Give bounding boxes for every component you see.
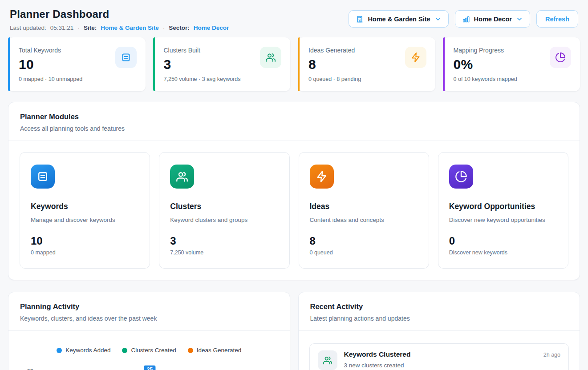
page-title: Planner Dashboard bbox=[10, 8, 229, 20]
stat-subtext: 0 queued · 8 pending bbox=[308, 76, 361, 82]
stat-card-mapping-progress: Mapping Progress 0% 0 of 10 keywords map… bbox=[443, 37, 580, 91]
module-stat-value: 0 bbox=[449, 235, 557, 247]
users-icon bbox=[318, 350, 337, 370]
planning-activity-panel: Planning Activity Keywords, clusters, an… bbox=[8, 292, 290, 370]
planning-activity-subtitle: Keywords, clusters, and ideas over the p… bbox=[20, 315, 278, 322]
chart-plot-area: 25 25 bbox=[19, 364, 279, 370]
legend-item-clusters-created: Clusters Created bbox=[122, 347, 176, 354]
stat-subtext: 0 of 10 keywords mapped bbox=[454, 76, 517, 82]
module-card-clusters[interactable]: Clusters Keyword clusters and groups 3 7… bbox=[159, 152, 289, 269]
module-description: Keyword clusters and groups bbox=[170, 217, 278, 223]
module-title: Clusters bbox=[170, 202, 278, 211]
recent-activity-panel: Recent Activity Latest planning actions … bbox=[298, 292, 580, 370]
stat-label: Clusters Built bbox=[164, 47, 241, 54]
meta-separator: · bbox=[77, 24, 80, 31]
svg-text:25: 25 bbox=[147, 366, 153, 370]
pie-chart-icon bbox=[449, 165, 473, 189]
recent-activity-header: Recent Activity Latest planning actions … bbox=[299, 292, 580, 331]
module-stat-value: 3 bbox=[170, 235, 278, 247]
module-stat-value: 8 bbox=[310, 235, 418, 247]
stat-value: 3 bbox=[164, 57, 241, 72]
modules-grid: Keywords Manage and discover keywords 10… bbox=[8, 141, 580, 280]
legend-label: Ideas Generated bbox=[197, 347, 242, 354]
pie-chart-icon bbox=[550, 47, 571, 68]
module-stat-subtext: Discover new keywords bbox=[449, 249, 557, 256]
chevron-down-icon bbox=[516, 16, 523, 23]
activity-timestamp: 2h ago bbox=[543, 352, 560, 358]
legend-item-keywords-added: Keywords Added bbox=[57, 347, 110, 354]
sector-selector-button[interactable]: Home Decor bbox=[455, 10, 530, 28]
lightning-icon bbox=[310, 165, 334, 189]
module-description: Discover new keyword opportunities bbox=[449, 217, 557, 223]
activity-description: 3 new clusters created bbox=[344, 362, 561, 369]
recent-activity-subtitle: Latest planning actions and updates bbox=[310, 315, 568, 322]
stat-card-ideas-generated: Ideas Generated 8 0 queued · 8 pending bbox=[298, 37, 435, 91]
legend-dot-icon bbox=[188, 348, 193, 353]
last-updated-label: Last updated: bbox=[10, 24, 46, 31]
last-updated-value: 05:31:21 bbox=[50, 24, 74, 31]
module-card-keywords[interactable]: Keywords Manage and discover keywords 10… bbox=[20, 152, 150, 269]
refresh-button-label: Refresh bbox=[545, 16, 569, 23]
planning-activity-title: Planning Activity bbox=[20, 302, 278, 311]
bottom-row: Planning Activity Keywords, clusters, an… bbox=[8, 292, 580, 370]
stat-value: 10 bbox=[19, 57, 82, 72]
activity-title-row: Keywords Clustered 2h ago bbox=[344, 350, 561, 358]
activity-chart: Keywords Added Clusters Created Ideas Ge… bbox=[8, 331, 290, 370]
stat-content: Mapping Progress 0% 0 of 10 keywords map… bbox=[454, 47, 517, 82]
site-selector-button[interactable]: Home & Garden Site bbox=[349, 10, 448, 28]
file-lines-icon bbox=[31, 165, 55, 189]
module-card-keyword-opportunities[interactable]: Keyword Opportunities Discover new keywo… bbox=[438, 152, 568, 269]
module-title: Keyword Opportunities bbox=[449, 202, 557, 211]
stat-label: Ideas Generated bbox=[308, 47, 361, 54]
page-header: Planner Dashboard Last updated: 05:31:21… bbox=[8, 8, 580, 31]
bar-chart-icon bbox=[462, 15, 470, 23]
file-lines-icon bbox=[115, 47, 137, 68]
stat-label: Mapping Progress bbox=[454, 47, 517, 54]
module-card-ideas[interactable]: Ideas Content ideas and concepts 8 0 que… bbox=[299, 152, 429, 269]
users-icon bbox=[260, 47, 281, 68]
header-left: Planner Dashboard Last updated: 05:31:21… bbox=[10, 8, 229, 31]
module-stat-subtext: 7,250 volume bbox=[170, 249, 278, 256]
stat-content: Ideas Generated 8 0 queued · 8 pending bbox=[308, 47, 361, 82]
site-label: Site: bbox=[84, 24, 97, 31]
site-link[interactable]: Home & Garden Site bbox=[101, 24, 159, 31]
chevron-down-icon bbox=[434, 16, 442, 23]
lightning-icon bbox=[405, 47, 426, 68]
recent-activity-list: Keywords Clustered 2h ago 3 new clusters… bbox=[299, 331, 580, 370]
stat-value: 8 bbox=[308, 57, 361, 72]
data-label-badge: 25 bbox=[144, 366, 155, 370]
modules-panel-title: Planner Modules bbox=[20, 113, 568, 121]
header-actions: Home & Garden Site Home Decor Refresh bbox=[349, 10, 578, 28]
sector-link[interactable]: Home Decor bbox=[194, 24, 229, 31]
chart-legend: Keywords Added Clusters Created Ideas Ge… bbox=[19, 347, 279, 354]
refresh-button[interactable]: Refresh bbox=[536, 10, 578, 28]
stat-card-clusters-built: Clusters Built 3 7,250 volume · 3 avg ke… bbox=[153, 37, 291, 91]
planner-modules-panel: Planner Modules Access all planning tool… bbox=[8, 102, 580, 280]
legend-label: Clusters Created bbox=[131, 347, 176, 354]
module-stat-subtext: 0 queued bbox=[310, 249, 418, 256]
sector-selector-value: Home Decor bbox=[474, 16, 512, 23]
stat-content: Clusters Built 3 7,250 volume · 3 avg ke… bbox=[164, 47, 241, 82]
meta-separator: · bbox=[163, 24, 165, 31]
module-description: Manage and discover keywords bbox=[31, 217, 139, 223]
module-description: Content ideas and concepts bbox=[310, 217, 418, 223]
legend-dot-icon bbox=[57, 348, 62, 353]
stat-subtext: 7,250 volume · 3 avg keywords bbox=[164, 76, 241, 82]
modules-panel-header: Planner Modules Access all planning tool… bbox=[8, 102, 580, 141]
recent-activity-title: Recent Activity bbox=[310, 302, 568, 311]
activity-body: Keywords Clustered 2h ago 3 new clusters… bbox=[344, 350, 561, 369]
stat-content: Total Keywords 10 0 mapped · 10 unmapped bbox=[19, 47, 82, 82]
legend-item-ideas-generated: Ideas Generated bbox=[188, 347, 242, 354]
activity-item-keywords-clustered: Keywords Clustered 2h ago 3 new clusters… bbox=[309, 343, 569, 370]
module-stat-subtext: 0 mapped bbox=[31, 249, 139, 256]
legend-label: Keywords Added bbox=[65, 347, 110, 354]
y-axis-tick: 25 bbox=[19, 364, 33, 370]
module-title: Ideas bbox=[310, 202, 418, 211]
site-selector-value: Home & Garden Site bbox=[368, 16, 430, 23]
module-title: Keywords bbox=[31, 202, 139, 211]
stat-subtext: 0 mapped · 10 unmapped bbox=[19, 76, 82, 82]
module-stat-value: 10 bbox=[31, 235, 139, 247]
building-icon bbox=[356, 15, 364, 23]
stats-row: Total Keywords 10 0 mapped · 10 unmapped… bbox=[8, 37, 580, 91]
planner-dashboard-page: Planner Dashboard Last updated: 05:31:21… bbox=[0, 0, 588, 370]
